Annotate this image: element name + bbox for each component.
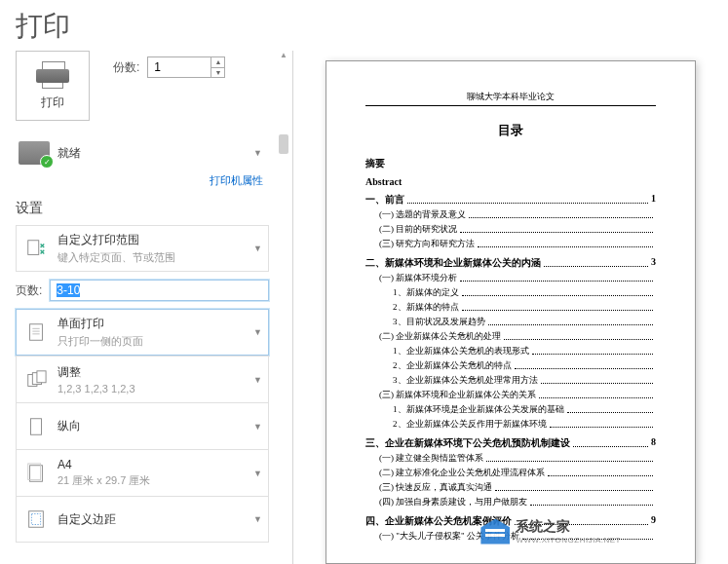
svg-rect-7	[37, 370, 46, 382]
option-sub: 键入特定页面、节或范围	[57, 250, 246, 265]
toc-container: 一、前言1(一) 选题的背景及意义(二) 目前的研究状况(三) 研究方向和研究方…	[365, 193, 656, 543]
toc-line: (二) 目前的研究状况	[365, 223, 656, 236]
chevron-down-icon: ▼	[253, 244, 262, 253]
collate-icon	[22, 369, 50, 391]
toc-line: 二、新媒体环境和企业新媒体公关的内涵3	[365, 256, 656, 270]
settings-scrollbar[interactable]: ▲	[279, 51, 288, 538]
preview-page: 聊城大学本科毕业论文 目录 摘要 Abstract 一、前言1(一) 选题的背景…	[326, 60, 696, 564]
pages-label: 页数:	[16, 282, 42, 299]
margins-option[interactable]: 自定义边距 ▼	[16, 496, 269, 543]
print-button-label: 打印	[41, 94, 64, 111]
settings-heading: 设置	[16, 200, 269, 217]
chevron-down-icon: ▼	[253, 327, 262, 337]
printer-icon	[36, 61, 69, 89]
toc-line: (一) 选题的背景及意义	[365, 208, 656, 221]
chevron-down-icon: ▼	[253, 422, 262, 432]
watermark: 系统之家 WWW.XITONGZHIJIA.NET	[480, 518, 621, 545]
chevron-down-icon: ▼	[253, 148, 262, 158]
toc-line: 一、前言1	[365, 193, 656, 207]
abstract-cn: 摘要	[365, 157, 656, 170]
toc-line: 3、目前状况及发展趋势	[365, 316, 656, 328]
printer-selector[interactable]: ✓ 就绪 ▼	[16, 136, 269, 169]
toc-line: (三) 快速反应，真诚真实沟通	[365, 481, 656, 494]
option-title: 纵向	[57, 418, 246, 434]
toc-line: (二) 建立标准化企业公关危机处理流程体系	[365, 467, 656, 479]
copies-up-icon[interactable]: ▲	[211, 57, 224, 68]
toc-line: 2、企业新媒体公关反作用于新媒体环境	[365, 418, 656, 431]
toc-line: 三、企业在新媒体环境下公关危机预防机制建设8	[365, 436, 656, 450]
orientation-option[interactable]: 纵向 ▼	[16, 402, 269, 449]
watermark-title: 系统之家	[516, 518, 621, 536]
toc-line: (三) 新媒体环境和企业新媒体公关的关系	[365, 389, 656, 401]
toc-line: 3、企业新媒体公关危机处理常用方法	[365, 374, 656, 387]
single-side-option[interactable]: 单面打印 只打印一侧的页面 ▼	[16, 309, 269, 356]
toc-line: 2、企业新媒体公关危机的特点	[365, 359, 656, 372]
watermark-logo-icon	[480, 519, 510, 545]
watermark-sub: WWW.XITONGZHIJIA.NET	[516, 536, 621, 545]
toc-line: 1、新媒体的定义	[365, 286, 656, 299]
doc-title: 目录	[365, 122, 656, 139]
portrait-icon	[22, 416, 50, 437]
svg-rect-8	[31, 418, 42, 434]
toc-line: (一) 建立健全舆情监管体系	[365, 452, 656, 465]
option-sub: 21 厘米 x 29.7 厘米	[57, 473, 246, 488]
toc-line: (三) 研究方向和研究方法	[365, 238, 656, 250]
option-title: A4	[57, 458, 246, 471]
toc-line: (一) 新媒体环境分析	[365, 272, 656, 284]
printer-status-icon: ✓	[19, 141, 50, 165]
print-range-option[interactable]: 自定义打印范围 键入特定页面、节或范围 ▼	[16, 225, 269, 272]
paper-size-option[interactable]: A4 21 厘米 x 29.7 厘米 ▼	[16, 449, 269, 496]
chevron-down-icon: ▼	[253, 469, 262, 478]
toc-line: (二) 企业新媒体公关危机的处理	[365, 330, 656, 343]
copies-label: 份数:	[113, 59, 139, 76]
scroll-thumb[interactable]	[279, 134, 288, 154]
option-title: 自定义边距	[57, 511, 246, 528]
svg-rect-0	[28, 241, 39, 255]
option-title: 自定义打印范围	[57, 232, 246, 248]
toc-line: 2、新媒体的特点	[365, 301, 656, 314]
option-title: 单面打印	[57, 316, 246, 332]
collate-option[interactable]: 调整 1,2,3 1,2,3 1,2,3 ▼	[16, 356, 269, 402]
single-page-icon	[22, 321, 50, 343]
printer-status-label: 就绪	[57, 145, 81, 162]
scroll-up-icon[interactable]: ▲	[279, 51, 288, 59]
print-preview-panel: 聊城大学本科毕业论文 目录 摘要 Abstract 一、前言1(一) 选题的背景…	[292, 51, 728, 564]
copies-input[interactable]	[148, 57, 211, 77]
margins-icon	[22, 508, 50, 530]
toc-line: 1、企业新媒体公关危机的表现形式	[365, 345, 656, 357]
copies-down-icon[interactable]: ▼	[211, 68, 224, 78]
copies-stepper[interactable]: ▲ ▼	[147, 56, 225, 78]
page-range-icon	[22, 238, 50, 259]
abstract-en: Abstract	[365, 176, 656, 187]
printer-properties-link[interactable]: 打印机属性	[16, 173, 269, 188]
print-button[interactable]: 打印	[16, 51, 90, 121]
doc-running-header: 聊城大学本科毕业论文	[365, 91, 656, 106]
pages-input[interactable]	[50, 280, 269, 301]
chevron-down-icon: ▼	[253, 375, 262, 385]
toc-line: 1、新媒体环境是企业新媒体公关发展的基础	[365, 403, 656, 416]
option-sub: 1,2,3 1,2,3 1,2,3	[57, 383, 246, 395]
toc-line: (四) 加强自身素质建设，与用户做朋友	[365, 496, 656, 508]
option-sub: 只打印一侧的页面	[57, 334, 246, 349]
paper-size-icon	[22, 463, 50, 484]
chevron-down-icon: ▼	[253, 514, 262, 524]
page-title: 打印	[0, 0, 728, 53]
option-title: 调整	[57, 364, 246, 381]
svg-rect-1	[30, 324, 43, 341]
print-settings-panel: 打印 份数: ▲ ▼ ✓ 就绪 ▼ 打印机属性 设置 自定义打印范围 键入特定页…	[16, 51, 269, 543]
